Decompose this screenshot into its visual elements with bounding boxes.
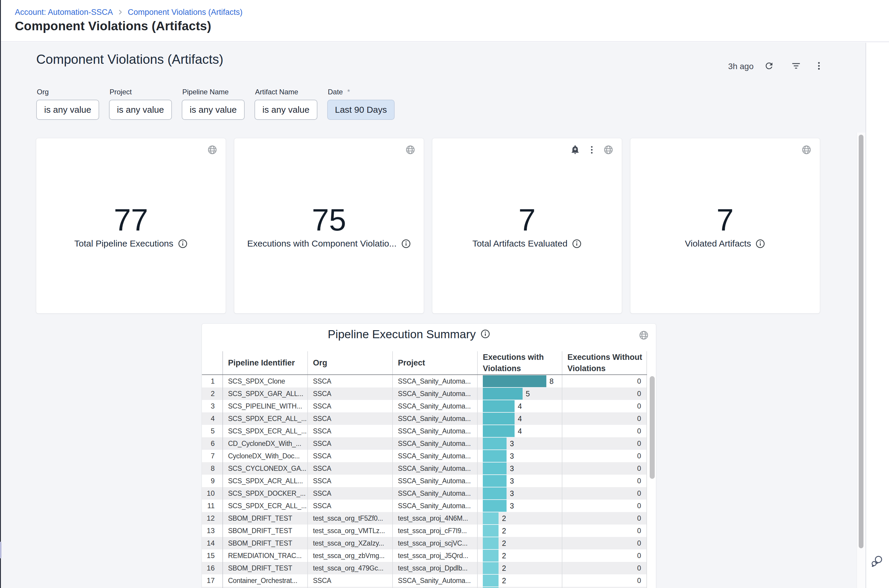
- info-icon[interactable]: [572, 239, 582, 249]
- cell-project: test_ssca_proj_Dpdlb...: [393, 562, 478, 574]
- cell-project: SSCA_Sanity_Automa...: [393, 425, 478, 437]
- violation-bar-value: 5: [526, 387, 530, 400]
- column-header-executions-without-violations[interactable]: Executions Without Violations: [563, 351, 647, 374]
- table-row[interactable]: 8 SCS_CYCLONEDX_GA... SSCA SSCA_Sanity_A…: [202, 462, 647, 475]
- breadcrumb-account-link[interactable]: Account: Automation-SSCA: [15, 8, 113, 16]
- refresh-icon: [764, 61, 774, 71]
- violation-bar-value: 2: [502, 525, 506, 537]
- column-header-executions-with-violations[interactable]: Executions with Violations: [478, 351, 563, 374]
- table-row[interactable]: 12 SBOM_DRIFT_TEST test_ssca_org_tF5Zf0.…: [202, 512, 647, 525]
- breadcrumb-page-link[interactable]: Component Violations (Artifacts): [128, 8, 242, 16]
- cell-project: SSCA_Sanity_Automa...: [393, 475, 478, 487]
- table-row[interactable]: 15 REMEDIATION_TRAC... test_ssca_org_zbV…: [202, 549, 647, 562]
- table-row[interactable]: 2 SCS_SPDX_GAR_ALL... SSCA SSCA_Sanity_A…: [202, 387, 647, 400]
- info-icon[interactable]: [401, 239, 411, 249]
- violation-bar-value: 4: [518, 400, 522, 412]
- table-row[interactable]: 9 SCS_SPDX_ACR_ALL... SSCA SSCA_Sanity_A…: [202, 475, 647, 487]
- filter-label: Date *: [328, 88, 395, 96]
- cell-executions-with-violations: 4: [478, 400, 563, 412]
- dashboard-more-button[interactable]: [814, 61, 824, 71]
- cell-executions-with-violations: 2: [478, 537, 563, 549]
- table-row[interactable]: 5 SCS_SPDX_ECR_ALL_... SSCA SSCA_Sanity_…: [202, 425, 647, 437]
- cell-executions-with-violations: 3: [478, 500, 563, 512]
- table-row[interactable]: 1 SCS_SPDX_Clone SSCA SSCA_Sanity_Automa…: [202, 375, 647, 387]
- cell-row-number: 11: [202, 500, 223, 512]
- pipeline-execution-summary-card: Pipeline Execution Summary Pipeline Iden…: [202, 323, 656, 588]
- table-row[interactable]: 4 SCS_SPDX_ECR_ALL_... SSCA SSCA_Sanity_…: [202, 412, 647, 425]
- cell-executions-without-violations: 0: [563, 437, 647, 450]
- cell-pipeline-identifier: SCS_SPDX_Clone: [223, 375, 308, 387]
- refresh-button[interactable]: [764, 61, 774, 71]
- table-row[interactable]: 10 SCS_SPDX_DOCKER_... SSCA SSCA_Sanity_…: [202, 487, 647, 500]
- info-icon[interactable]: [755, 239, 765, 249]
- filters-toggle-button[interactable]: [791, 61, 801, 71]
- cell-pipeline-identifier: Container_Orchestrat...: [223, 574, 308, 587]
- cell-project: test_ssca_proj_4N6M...: [393, 512, 478, 525]
- cell-org: SSCA: [308, 500, 393, 512]
- table-row[interactable]: 13 SBOM_DRIFT_TEST test_ssca_org_VMTLz..…: [202, 525, 647, 537]
- cell-row-number: 15: [202, 549, 223, 562]
- info-icon[interactable]: [480, 329, 490, 340]
- nav-scroll-thumb[interactable]: [0, 542, 2, 558]
- table-scrollbar-thumb[interactable]: [650, 376, 655, 479]
- dashboard-scrollbar-track[interactable]: [857, 133, 865, 588]
- filter-project: Project is any value: [109, 88, 172, 120]
- table-row[interactable]: 7 CycloneDX_With_Doc... SSCA SSCA_Sanity…: [202, 450, 647, 462]
- table-row[interactable]: 14 SBOM_DRIFT_TEST test_ssca_org_XZaIzy.…: [202, 537, 647, 549]
- violation-bar: [483, 574, 499, 586]
- kebab-icon: [814, 61, 824, 71]
- cell-pipeline-identifier: SCS_CYCLONEDX_GA...: [223, 462, 308, 475]
- filter-value-chip[interactable]: is any value: [109, 100, 172, 120]
- table-row[interactable]: 17 Container_Orchestrat... SSCA SSCA_San…: [202, 574, 647, 587]
- violation-bar-value: 2: [502, 562, 506, 574]
- cell-pipeline-identifier: SBOM_DRIFT_TEST: [223, 525, 308, 537]
- violation-bar-value: 3: [510, 437, 514, 450]
- kpi-label: Violated Artifacts: [685, 238, 751, 249]
- table-row[interactable]: 3 SCS_PIPELINE_WITH... SSCA SSCA_Sanity_…: [202, 400, 647, 412]
- info-icon[interactable]: [178, 239, 188, 249]
- cell-pipeline-identifier: CD_CycloneDX_With_...: [223, 437, 308, 450]
- cell-project: SSCA_Sanity_Automa...: [393, 574, 478, 587]
- chat-help-icon[interactable]: [870, 555, 884, 569]
- table-row[interactable]: 6 CD_CycloneDX_With_... SSCA SSCA_Sanity…: [202, 437, 647, 450]
- cell-executions-without-violations: 0: [563, 375, 647, 387]
- table-row[interactable]: 11 SCS_SPDX_ECR_ALL_... SSCA SSCA_Sanity…: [202, 500, 647, 512]
- cell-executions-without-violations: 0: [563, 387, 647, 400]
- cell-row-number: 6: [202, 437, 223, 450]
- kpi-label: Total Artifacts Evaluated: [472, 238, 567, 249]
- violation-bar: [483, 388, 523, 400]
- dashboard-scrollbar-thumb[interactable]: [859, 135, 863, 548]
- filter-org: Org is any value: [36, 88, 99, 120]
- cell-org: SSCA: [308, 574, 393, 587]
- violation-bar: [483, 450, 507, 462]
- filter-value-chip[interactable]: is any value: [254, 100, 317, 120]
- violation-bar-value: 2: [502, 537, 506, 549]
- cell-executions-without-violations: 0: [563, 562, 647, 574]
- cell-executions-without-violations: 0: [563, 412, 647, 425]
- cell-project: SSCA_Sanity_Automa...: [393, 400, 478, 412]
- kpi-card-total-artifacts-evaluated: 7 Total Artifacts Evaluated: [432, 138, 622, 314]
- column-header-pipeline[interactable]: Pipeline Identifier: [223, 351, 308, 374]
- table-row[interactable]: [202, 587, 647, 588]
- column-header-org[interactable]: Org: [308, 351, 393, 374]
- cell-pipeline-identifier: SBOM_DRIFT_TEST: [223, 512, 308, 525]
- cell-executions-with-violations: 2: [478, 512, 563, 525]
- cell-project: SSCA_Sanity_Automa...: [393, 450, 478, 462]
- violation-bar: [483, 375, 546, 387]
- cell-executions-without-violations: 0: [563, 425, 647, 437]
- filter-value-chip[interactable]: Last 90 Days: [327, 100, 395, 120]
- cell-pipeline-identifier: SCS_SPDX_ACR_ALL...: [223, 475, 308, 487]
- violation-bar: [483, 438, 507, 450]
- column-header-project[interactable]: Project: [393, 351, 478, 374]
- violation-bar: [483, 488, 507, 499]
- filter-value-chip[interactable]: is any value: [36, 100, 99, 120]
- table-row[interactable]: 16 SBOM_DRIFT_TEST test_ssca_org_479Gc..…: [202, 562, 647, 574]
- cell-executions-with-violations: 3: [478, 437, 563, 450]
- cell-project: test_ssca_proj_J5Qrd...: [393, 549, 478, 562]
- cell-pipeline-identifier: SCS_SPDX_ECR_ALL_...: [223, 412, 308, 425]
- cell-row-number: 1: [202, 375, 223, 387]
- violation-bar-value: 2: [502, 512, 506, 525]
- cell-org: SSCA: [308, 375, 393, 387]
- filter-value-chip[interactable]: is any value: [182, 100, 245, 120]
- violation-bar-value: 3: [510, 450, 514, 462]
